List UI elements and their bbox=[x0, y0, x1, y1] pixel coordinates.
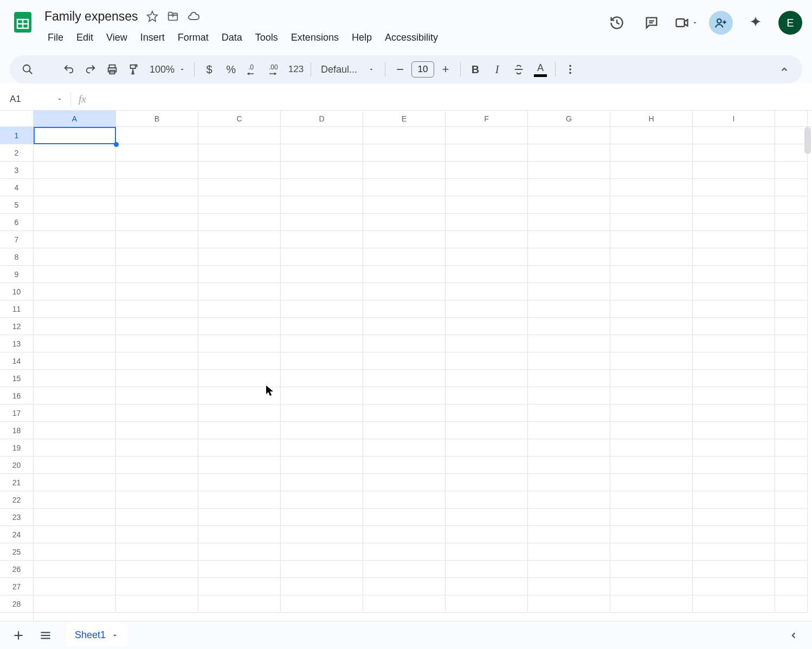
cell[interactable] bbox=[198, 491, 281, 509]
cell[interactable] bbox=[446, 162, 528, 179]
cell[interactable] bbox=[281, 283, 363, 300]
row-header-25[interactable]: 25 bbox=[0, 543, 33, 561]
paint-format-button[interactable] bbox=[124, 59, 144, 80]
cell[interactable] bbox=[363, 179, 446, 196]
row-header-9[interactable]: 9 bbox=[0, 266, 33, 283]
cell[interactable] bbox=[116, 179, 198, 196]
cell[interactable] bbox=[528, 509, 610, 526]
cell[interactable] bbox=[446, 318, 528, 335]
cell[interactable] bbox=[198, 127, 281, 144]
cell[interactable] bbox=[116, 335, 198, 352]
cell[interactable] bbox=[363, 595, 446, 613]
currency-button[interactable]: $ bbox=[199, 59, 220, 80]
cell[interactable] bbox=[198, 179, 281, 196]
cell[interactable] bbox=[693, 162, 775, 179]
cell[interactable] bbox=[116, 196, 198, 214]
cell[interactable] bbox=[34, 300, 116, 318]
more-toolbar-icon[interactable] bbox=[560, 59, 581, 80]
cell[interactable] bbox=[775, 179, 808, 196]
row-header-19[interactable]: 19 bbox=[0, 439, 33, 457]
cell[interactable] bbox=[198, 561, 281, 578]
cell[interactable] bbox=[363, 404, 446, 422]
menu-edit[interactable]: Edit bbox=[71, 29, 99, 47]
cell[interactable] bbox=[775, 144, 808, 162]
cell[interactable] bbox=[775, 196, 808, 214]
cell[interactable] bbox=[198, 300, 281, 318]
cell[interactable] bbox=[610, 404, 693, 422]
cell[interactable] bbox=[610, 595, 693, 613]
cell[interactable] bbox=[34, 526, 116, 543]
cell[interactable] bbox=[775, 335, 808, 352]
cell[interactable] bbox=[198, 162, 281, 179]
cell[interactable] bbox=[116, 162, 198, 179]
cell[interactable] bbox=[116, 283, 198, 300]
cell[interactable] bbox=[363, 162, 446, 179]
cell[interactable] bbox=[446, 561, 528, 578]
menu-format[interactable]: Format bbox=[172, 29, 214, 47]
cell[interactable] bbox=[446, 387, 528, 404]
cell[interactable] bbox=[693, 422, 775, 439]
cell[interactable] bbox=[363, 352, 446, 370]
cell[interactable] bbox=[693, 370, 775, 387]
cell[interactable] bbox=[281, 387, 363, 404]
cell[interactable] bbox=[198, 352, 281, 370]
cell[interactable] bbox=[34, 474, 116, 491]
cell[interactable] bbox=[693, 335, 775, 352]
cell[interactable] bbox=[528, 162, 610, 179]
cell[interactable] bbox=[198, 578, 281, 595]
cell[interactable] bbox=[116, 248, 198, 266]
row-header-3[interactable]: 3 bbox=[0, 162, 33, 179]
cell[interactable] bbox=[34, 231, 116, 248]
cell[interactable] bbox=[34, 283, 116, 300]
cell[interactable] bbox=[693, 457, 775, 474]
cell[interactable] bbox=[34, 561, 116, 578]
column-header-A[interactable]: A bbox=[34, 111, 116, 127]
cell[interactable] bbox=[34, 595, 116, 613]
cell[interactable] bbox=[528, 231, 610, 248]
cell[interactable] bbox=[775, 457, 808, 474]
cell[interactable] bbox=[446, 214, 528, 231]
cell[interactable] bbox=[281, 300, 363, 318]
zoom-select[interactable]: 100% bbox=[145, 64, 190, 75]
cell[interactable] bbox=[446, 144, 528, 162]
cell[interactable] bbox=[116, 127, 198, 144]
cell[interactable] bbox=[528, 578, 610, 595]
cell[interactable] bbox=[693, 283, 775, 300]
cell[interactable] bbox=[116, 300, 198, 318]
cell[interactable] bbox=[610, 162, 693, 179]
cell[interactable] bbox=[116, 370, 198, 387]
cell[interactable] bbox=[116, 578, 198, 595]
share-button[interactable] bbox=[709, 11, 733, 35]
cell[interactable] bbox=[528, 439, 610, 457]
cell[interactable] bbox=[281, 266, 363, 283]
cell[interactable] bbox=[198, 422, 281, 439]
cell[interactable] bbox=[775, 561, 808, 578]
cell[interactable] bbox=[281, 474, 363, 491]
cell[interactable] bbox=[610, 214, 693, 231]
cell[interactable] bbox=[446, 335, 528, 352]
cell[interactable] bbox=[610, 144, 693, 162]
cell[interactable] bbox=[446, 300, 528, 318]
cell[interactable] bbox=[693, 526, 775, 543]
cell[interactable] bbox=[610, 543, 693, 561]
cloud-status-icon[interactable] bbox=[187, 10, 200, 23]
cell[interactable] bbox=[363, 370, 446, 387]
all-sheets-button[interactable] bbox=[35, 625, 56, 646]
font-select[interactable]: Defaul... bbox=[315, 64, 381, 75]
cell[interactable] bbox=[116, 561, 198, 578]
row-header-28[interactable]: 28 bbox=[0, 595, 33, 613]
cell[interactable] bbox=[446, 474, 528, 491]
cell[interactable] bbox=[281, 578, 363, 595]
cell[interactable] bbox=[693, 439, 775, 457]
cell[interactable] bbox=[775, 318, 808, 335]
cell[interactable] bbox=[610, 474, 693, 491]
cell[interactable] bbox=[693, 214, 775, 231]
cell[interactable] bbox=[528, 335, 610, 352]
row-header-27[interactable]: 27 bbox=[0, 578, 33, 595]
cell[interactable] bbox=[198, 439, 281, 457]
cell[interactable] bbox=[281, 439, 363, 457]
cell[interactable] bbox=[446, 352, 528, 370]
number-format-button[interactable]: 123 bbox=[286, 59, 306, 80]
collapse-toolbar-icon[interactable] bbox=[774, 59, 795, 80]
cell[interactable] bbox=[528, 196, 610, 214]
